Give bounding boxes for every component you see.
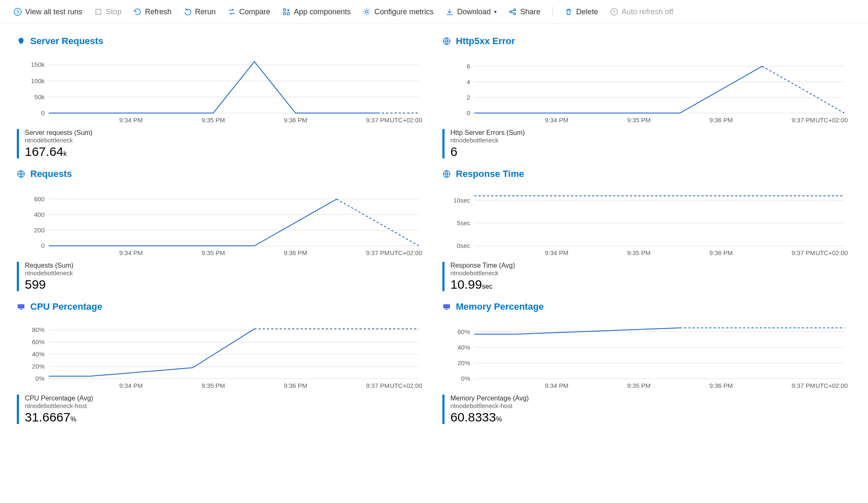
chevron-down-icon: ▾ <box>494 9 497 15</box>
svg-rect-81 <box>445 309 448 310</box>
gear-icon <box>363 8 371 16</box>
svg-text:2: 2 <box>467 94 470 101</box>
card-title-memory[interactable]: Memory Percentage <box>442 301 851 312</box>
metric-label: Http Server Errors (Sum) <box>450 129 525 137</box>
svg-rect-2 <box>283 9 286 11</box>
svg-rect-63 <box>18 304 24 308</box>
svg-text:9:35 PM: 9:35 PM <box>627 382 651 389</box>
svg-text:9:37 PM: 9:37 PM <box>791 382 815 389</box>
svg-text:9:35 PM: 9:35 PM <box>627 249 651 256</box>
metric-label: Response Time (Avg) <box>450 262 515 269</box>
metric-label: CPU Percentage (Avg) <box>25 395 93 402</box>
card-title-http5xx[interactable]: Http5xx Error <box>442 36 851 47</box>
metric-accent-bar <box>17 129 19 158</box>
svg-text:0: 0 <box>467 109 470 116</box>
metric-value: 31.6667% <box>25 410 93 424</box>
refresh-button[interactable]: Refresh <box>133 8 172 16</box>
metric-value: 6 <box>450 145 525 158</box>
metric-server-requests: Server requests (Sum) ntnodebottleneck 1… <box>17 129 426 158</box>
card-cpu: CPU Percentage 0%20%40%60%80%9:34 PM9:35… <box>17 300 426 424</box>
metric-memory: Memory Percentage (Avg) ntnodebottleneck… <box>442 395 851 424</box>
svg-text:150k: 150k <box>31 61 45 68</box>
chart-requests[interactable]: 02004006009:34 PM9:35 PM9:36 PM9:37 PMUT… <box>17 187 426 258</box>
charts-grid: Server Requests 050k100k150k9:34 PM9:35 … <box>0 24 868 442</box>
card-title-cpu[interactable]: CPU Percentage <box>17 301 426 312</box>
svg-rect-1 <box>96 9 101 14</box>
svg-point-6 <box>510 11 511 13</box>
svg-text:0%: 0% <box>461 375 470 382</box>
svg-text:9:37 PM: 9:37 PM <box>366 382 389 389</box>
rerun-button[interactable]: Rerun <box>183 8 216 16</box>
svg-text:40%: 40% <box>32 350 45 358</box>
auto-refresh-button: Auto refresh off <box>610 8 673 16</box>
toolbar-label: Compare <box>239 8 270 16</box>
metric-http5xx: Http Server Errors (Sum) ntnodebottlenec… <box>442 129 851 158</box>
svg-text:9:35 PM: 9:35 PM <box>627 116 651 124</box>
svg-text:80%: 80% <box>32 326 45 333</box>
svg-text:5sec: 5sec <box>457 219 470 226</box>
svg-text:600: 600 <box>34 195 45 203</box>
toolbar-label: Rerun <box>195 8 216 16</box>
chart-memory[interactable]: 0%20%40%60%9:34 PM9:35 PM9:36 PM9:37 PMU… <box>442 320 851 391</box>
card-memory: Memory Percentage 0%20%40%60%9:34 PM9:35… <box>442 300 851 424</box>
svg-text:9:36 PM: 9:36 PM <box>709 382 733 389</box>
svg-text:9:37 PM: 9:37 PM <box>791 116 815 124</box>
grid-plus-icon <box>282 8 291 16</box>
svg-text:UTC+02:00: UTC+02:00 <box>815 382 848 389</box>
toolbar-label: App components <box>294 8 351 16</box>
svg-text:4: 4 <box>467 78 470 85</box>
svg-text:400: 400 <box>34 211 45 218</box>
svg-text:9:37 PM: 9:37 PM <box>366 249 389 256</box>
svg-text:20%: 20% <box>458 359 470 366</box>
toolbar-label: Refresh <box>145 8 172 16</box>
refresh-icon <box>133 8 142 16</box>
globe-icon <box>442 170 451 178</box>
compare-icon <box>228 8 236 16</box>
chart-response-time[interactable]: 0sec5sec10sec9:34 PM9:35 PM9:36 PM9:37 P… <box>442 187 851 258</box>
card-title-server-requests[interactable]: Server Requests <box>17 36 426 47</box>
share-button[interactable]: Share <box>508 8 540 16</box>
svg-text:20%: 20% <box>32 363 45 370</box>
svg-text:9:36 PM: 9:36 PM <box>284 249 307 256</box>
svg-rect-4 <box>287 13 289 15</box>
download-button[interactable]: Download ▾ <box>445 8 497 16</box>
card-title-response-time[interactable]: Response Time <box>442 169 851 179</box>
metric-resource: ntnodebottleneck <box>450 137 525 144</box>
svg-text:60%: 60% <box>458 328 470 335</box>
delete-button[interactable]: Delete <box>564 8 598 16</box>
svg-text:100k: 100k <box>31 77 45 84</box>
toolbar-label: Stop <box>106 8 122 16</box>
chart-http5xx[interactable]: 02469:34 PM9:35 PM9:36 PM9:37 PMUTC+02:0… <box>442 54 851 126</box>
svg-point-5 <box>365 11 368 13</box>
metric-accent-bar <box>442 129 445 158</box>
share-icon <box>508 8 517 16</box>
metric-resource: ntnodebottleneck <box>25 137 93 144</box>
stop-icon <box>94 8 103 16</box>
metric-label: Requests (Sum) <box>25 262 74 269</box>
svg-text:UTC+02:00: UTC+02:00 <box>390 249 422 256</box>
metric-label: Server requests (Sum) <box>25 129 93 137</box>
svg-text:6: 6 <box>467 63 470 70</box>
svg-text:9:34 PM: 9:34 PM <box>119 249 143 256</box>
globe-icon <box>17 170 25 178</box>
view-all-test-runs-button[interactable]: View all test runs <box>13 8 82 16</box>
svg-point-0 <box>14 8 21 16</box>
download-icon <box>445 8 454 16</box>
card-title-requests[interactable]: Requests <box>17 169 426 179</box>
metric-value: 167.64k <box>25 145 93 158</box>
chart-server-requests[interactable]: 050k100k150k9:34 PM9:35 PM9:36 PM9:37 PM… <box>17 54 426 126</box>
metric-value: 10.99sec <box>450 277 515 291</box>
card-title-text: CPU Percentage <box>30 301 102 312</box>
toolbar-label: Share <box>520 8 540 16</box>
app-components-button[interactable]: App components <box>282 8 351 16</box>
svg-text:0: 0 <box>41 109 45 116</box>
metric-resource: ntnodebottleneck-host <box>25 402 93 409</box>
chart-cpu[interactable]: 0%20%40%60%80%9:34 PM9:35 PM9:36 PM9:37 … <box>17 320 426 391</box>
svg-text:9:37 PM: 9:37 PM <box>791 249 815 256</box>
svg-text:60%: 60% <box>32 338 45 345</box>
metric-accent-bar <box>17 262 19 291</box>
compare-button[interactable]: Compare <box>228 8 270 16</box>
lightbulb-icon <box>17 37 25 45</box>
configure-metrics-button[interactable]: Configure metrics <box>363 8 434 16</box>
svg-text:9:34 PM: 9:34 PM <box>119 382 143 389</box>
